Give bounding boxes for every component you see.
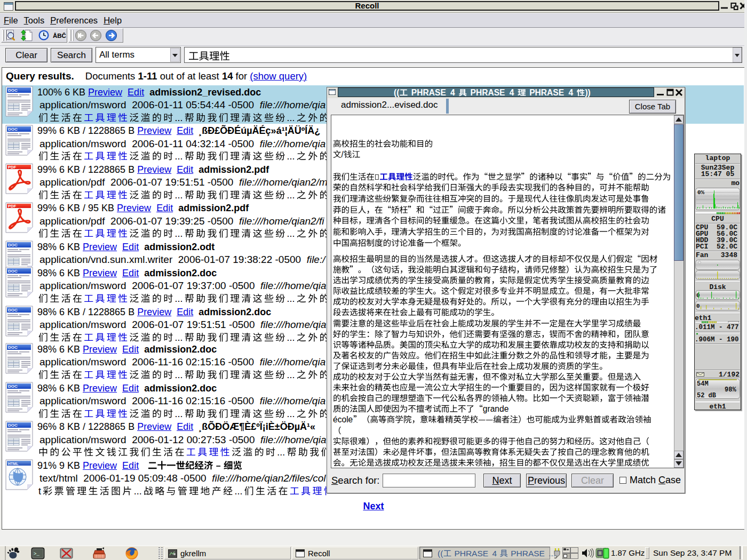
svg-text:...: ... <box>175 190 183 201</box>
svg-text:...: ... <box>287 370 295 380</box>
svg-text:...: ... <box>175 151 183 162</box>
svg-text:0: 0 <box>696 292 700 299</box>
svg-text:...: ... <box>175 409 183 419</box>
svg-text:...: ... <box>175 370 183 380</box>
svg-text:PDF: PDF <box>8 204 16 209</box>
svg-text:...: ... <box>287 409 295 419</box>
svg-text:école: école <box>333 415 353 424</box>
svg-text:PHRASE: PHRASE <box>511 549 545 558</box>
svg-text:...: ... <box>287 332 295 343</box>
svg-text:4: 4 <box>450 89 455 97</box>
svg-text:>_: >_ <box>34 551 39 557</box>
svg-text:PHRASE: PHRASE <box>454 549 488 558</box>
svg-text:54M: 54M <box>697 380 709 388</box>
svg-text:PHRASE: PHRASE <box>529 89 564 97</box>
svg-text:...: ... <box>134 486 142 497</box>
svg-text:...: ... <box>175 113 183 123</box>
svg-text:/: / <box>341 150 344 159</box>
svg-text:...: ... <box>277 447 285 458</box>
svg-text:0: 0 <box>696 303 700 309</box>
svg-text:...: ... <box>175 293 183 304</box>
svg-text:DOC: DOC <box>8 423 18 428</box>
svg-text:...: ... <box>175 332 183 343</box>
svg-text:...: ... <box>234 486 242 497</box>
svg-text:((: (( <box>438 549 443 558</box>
svg-text:...: ... <box>175 228 183 239</box>
svg-text:DOC: DOC <box>8 243 18 247</box>
svg-text:t: t <box>38 486 41 497</box>
svg-text:PDF: PDF <box>8 165 16 170</box>
svg-text:52 dB: 52 dB <box>697 392 716 399</box>
svg-text:4: 4 <box>569 89 574 97</box>
svg-text:4: 4 <box>510 89 514 97</box>
svg-text:DOC: DOC <box>8 127 18 132</box>
svg-text:DOC: DOC <box>8 88 18 93</box>
svg-text:grande: grande <box>483 404 509 413</box>
svg-text:((: (( <box>394 89 400 97</box>
svg-text:...: ... <box>287 151 295 162</box>
svg-text:0%: 0% <box>697 189 705 196</box>
svg-text:...: ... <box>287 113 295 123</box>
svg-text:4: 4 <box>492 549 497 558</box>
svg-text:98%: 98% <box>725 386 736 394</box>
svg-text:...: ... <box>287 228 295 239</box>
svg-text:DOC: DOC <box>8 345 18 350</box>
svg-text:DOC: DOC <box>8 269 18 274</box>
svg-text:PHRASE: PHRASE <box>411 89 446 97</box>
svg-text:HTML: HTML <box>8 462 19 466</box>
svg-text:)): )) <box>585 89 591 97</box>
svg-text:...: ... <box>287 190 295 201</box>
svg-text:...: ... <box>287 293 295 304</box>
svg-text:DOC: DOC <box>8 308 18 313</box>
svg-text:DOC: DOC <box>8 384 18 389</box>
svg-text:PHRASE: PHRASE <box>471 89 505 97</box>
